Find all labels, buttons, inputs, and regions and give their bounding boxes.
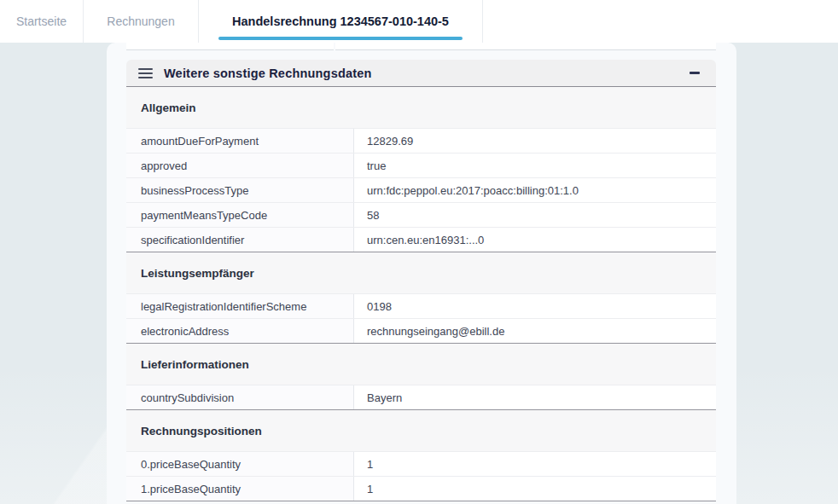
table-row: approved true <box>126 153 716 177</box>
tab-label: Rechnungen <box>107 14 174 28</box>
row-label: approved <box>126 154 354 177</box>
row-label: businessProcessType <box>126 178 354 202</box>
card-title: Weitere sonstige Rechnungsdaten <box>164 67 372 80</box>
remnant-value-cell <box>335 43 716 50</box>
table-row: 0.priceBaseQuantity 1 <box>126 451 716 476</box>
row-label: 1.priceBaseQuantity <box>126 477 354 501</box>
tab-handelsrechnung[interactable]: Handelsrechnung 1234567-010-140-5 <box>199 0 483 43</box>
data-table: amountDueForPayment 12829.69 approved tr… <box>126 128 716 252</box>
table-row: legalRegistrationIdentifierScheme 0198 <box>126 293 716 318</box>
section-header: Lieferinformationen <box>126 344 716 385</box>
data-table: countrySubdivision Bayern <box>126 385 716 410</box>
section-header: Leistungsempfänger <box>126 252 716 293</box>
row-value: 0198 <box>354 294 716 318</box>
row-label: 0.priceBaseQuantity <box>126 452 354 476</box>
row-value: 1 <box>354 477 716 501</box>
section-header: Allgemein <box>126 87 716 128</box>
collapse-button[interactable] <box>685 64 704 83</box>
active-tab-indicator <box>218 37 463 40</box>
data-table: 0.priceBaseQuantity 1 1.priceBaseQuantit… <box>126 451 716 501</box>
card-body: Allgemein amountDueForPayment 12829.69 a… <box>126 87 716 501</box>
table-row: electronicAddress rechnungseingang@ebill… <box>126 318 716 343</box>
section: Allgemein amountDueForPayment 12829.69 a… <box>126 87 716 252</box>
section-header: Rechnungspositionen <box>126 410 716 451</box>
rechnungsdaten-card: Weitere sonstige Rechnungsdaten Allgemei… <box>126 60 716 501</box>
section: Rechnungspositionen 0.priceBaseQuantity … <box>126 410 716 501</box>
row-value: urn:cen.eu:en16931:...0 <box>354 228 716 252</box>
row-value: 1 <box>354 452 716 476</box>
card-header: Weitere sonstige Rechnungsdaten <box>126 60 716 87</box>
row-value: urn:fdc:peppol.eu:2017:poacc:billing:01:… <box>354 178 716 202</box>
previous-table-remnant <box>126 43 716 50</box>
tab-label: Handelsrechnung 1234567-010-140-5 <box>232 14 449 28</box>
tab-rechnungen[interactable]: Rechnungen <box>84 0 199 43</box>
row-label: countrySubdivision <box>126 385 354 409</box>
data-table: legalRegistrationIdentifierScheme 0198 e… <box>126 293 716 344</box>
row-value: Bayern <box>354 385 716 409</box>
minus-icon <box>690 72 700 74</box>
row-label: electronicAddress <box>126 319 354 343</box>
row-label: paymentMeansTypeCode <box>126 203 354 227</box>
table-row: amountDueForPayment 12829.69 <box>126 128 716 153</box>
row-label: legalRegistrationIdentifierScheme <box>126 294 354 318</box>
row-value: 58 <box>354 203 716 227</box>
table-row: paymentMeansTypeCode 58 <box>126 202 716 227</box>
row-label: specificationIdentifier <box>126 228 354 252</box>
content-panel: Weitere sonstige Rechnungsdaten Allgemei… <box>107 43 736 504</box>
table-row: 1.priceBaseQuantity 1 <box>126 476 716 501</box>
section: Leistungsempfänger legalRegistrationIden… <box>126 252 716 344</box>
tab-label: Startseite <box>16 14 67 28</box>
row-value: rechnungseingang@ebill.de <box>354 319 716 343</box>
tab-startseite[interactable]: Startseite <box>0 0 84 43</box>
table-row: countrySubdivision Bayern <box>126 385 716 409</box>
table-row: specificationIdentifier urn:cen.eu:en169… <box>126 227 716 252</box>
remnant-label-cell <box>126 43 334 50</box>
row-value: 12829.69 <box>354 129 716 153</box>
hamburger-icon[interactable] <box>138 68 153 78</box>
section: Lieferinformationen countrySubdivision B… <box>126 344 716 410</box>
row-value: true <box>354 154 716 177</box>
tab-bar: Startseite Rechnungen Handelsrechnung 12… <box>0 0 838 43</box>
row-label: amountDueForPayment <box>126 129 354 153</box>
table-row: businessProcessType urn:fdc:peppol.eu:20… <box>126 177 716 202</box>
